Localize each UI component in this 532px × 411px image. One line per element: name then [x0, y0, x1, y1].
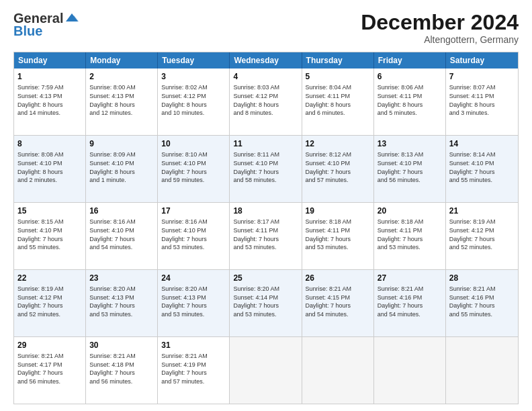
cell-info: Sunrise: 7:59 AM Sunset: 4:13 PM Dayligh… — [17, 83, 82, 117]
cal-cell-r1c3: 11Sunrise: 8:11 AM Sunset: 4:10 PM Dayli… — [230, 136, 302, 202]
cal-cell-r3c1: 23Sunrise: 8:20 AM Sunset: 4:13 PM Dayli… — [86, 270, 158, 336]
cal-cell-r0c0: 1Sunrise: 7:59 AM Sunset: 4:13 PM Daylig… — [14, 68, 86, 135]
cal-cell-r4c6 — [446, 337, 518, 404]
cell-info: Sunrise: 8:00 AM Sunset: 4:13 PM Dayligh… — [89, 83, 154, 117]
day-number: 16 — [89, 205, 154, 216]
cal-cell-r0c3: 4Sunrise: 8:03 AM Sunset: 4:12 PM Daylig… — [230, 68, 302, 135]
day-number: 2 — [89, 71, 154, 82]
cal-cell-r4c4 — [302, 337, 374, 404]
cell-info: Sunrise: 8:03 AM Sunset: 4:12 PM Dayligh… — [233, 83, 298, 117]
logo-blue: Blue — [13, 24, 42, 39]
cal-cell-r3c0: 22Sunrise: 8:19 AM Sunset: 4:12 PM Dayli… — [14, 270, 86, 336]
day-number: 31 — [161, 340, 226, 351]
day-number: 13 — [378, 138, 442, 149]
cal-cell-r4c0: 29Sunrise: 8:21 AM Sunset: 4:17 PM Dayli… — [14, 337, 86, 404]
cell-info: Sunrise: 8:20 AM Sunset: 4:14 PM Dayligh… — [233, 285, 298, 318]
cal-cell-r3c6: 28Sunrise: 8:21 AM Sunset: 4:16 PM Dayli… — [446, 270, 518, 336]
calendar-header: Sunday Monday Tuesday Wednesday Thursday… — [14, 52, 518, 68]
month-title: December 2024 — [361, 11, 519, 34]
calendar-row-1: 8Sunrise: 8:08 AM Sunset: 4:10 PM Daylig… — [14, 135, 518, 202]
header-sunday: Sunday — [14, 52, 86, 68]
cell-info: Sunrise: 8:09 AM Sunset: 4:10 PM Dayligh… — [89, 150, 154, 184]
header-thursday: Thursday — [302, 52, 374, 68]
day-number: 5 — [306, 71, 370, 82]
day-number: 4 — [233, 71, 298, 82]
day-number: 29 — [17, 340, 82, 351]
day-number: 6 — [378, 71, 442, 82]
header-saturday: Saturday — [446, 52, 518, 68]
cell-info: Sunrise: 8:19 AM Sunset: 4:12 PM Dayligh… — [17, 285, 82, 318]
cal-cell-r0c5: 6Sunrise: 8:06 AM Sunset: 4:11 PM Daylig… — [374, 68, 446, 135]
cell-info: Sunrise: 8:07 AM Sunset: 4:11 PM Dayligh… — [449, 83, 515, 117]
day-number: 28 — [449, 273, 515, 283]
cal-cell-r2c2: 17Sunrise: 8:16 AM Sunset: 4:10 PM Dayli… — [158, 203, 230, 269]
cell-info: Sunrise: 8:21 AM Sunset: 4:18 PM Dayligh… — [89, 352, 154, 385]
cal-cell-r2c0: 15Sunrise: 8:15 AM Sunset: 4:10 PM Dayli… — [14, 203, 86, 269]
cal-cell-r4c2: 31Sunrise: 8:21 AM Sunset: 4:19 PM Dayli… — [158, 337, 230, 404]
logo: General Blue — [13, 11, 79, 39]
cell-info: Sunrise: 8:17 AM Sunset: 4:11 PM Dayligh… — [233, 218, 298, 251]
header: General Blue December 2024 Altengottern,… — [13, 11, 519, 45]
logo-icon — [64, 12, 79, 23]
cell-info: Sunrise: 8:21 AM Sunset: 4:16 PM Dayligh… — [378, 285, 442, 318]
header-tuesday: Tuesday — [158, 52, 230, 68]
cal-cell-r2c4: 19Sunrise: 8:18 AM Sunset: 4:11 PM Dayli… — [302, 203, 374, 269]
cell-info: Sunrise: 8:08 AM Sunset: 4:10 PM Dayligh… — [17, 150, 82, 184]
header-wednesday: Wednesday — [230, 52, 302, 68]
day-number: 20 — [378, 205, 442, 216]
calendar-body: 1Sunrise: 7:59 AM Sunset: 4:13 PM Daylig… — [14, 68, 518, 404]
cell-info: Sunrise: 8:10 AM Sunset: 4:10 PM Dayligh… — [161, 150, 226, 184]
cell-info: Sunrise: 8:20 AM Sunset: 4:13 PM Dayligh… — [89, 285, 154, 318]
day-number: 9 — [89, 138, 154, 149]
day-number: 18 — [233, 205, 298, 216]
day-number: 1 — [17, 71, 82, 82]
cell-info: Sunrise: 8:16 AM Sunset: 4:10 PM Dayligh… — [161, 218, 226, 251]
cell-info: Sunrise: 8:18 AM Sunset: 4:11 PM Dayligh… — [378, 218, 442, 251]
day-number: 12 — [306, 138, 370, 149]
cal-cell-r2c1: 16Sunrise: 8:16 AM Sunset: 4:10 PM Dayli… — [86, 203, 158, 269]
cell-info: Sunrise: 8:13 AM Sunset: 4:10 PM Dayligh… — [378, 150, 442, 184]
calendar-row-0: 1Sunrise: 7:59 AM Sunset: 4:13 PM Daylig… — [14, 68, 518, 135]
cal-cell-r0c4: 5Sunrise: 8:04 AM Sunset: 4:11 PM Daylig… — [302, 68, 374, 135]
calendar-row-3: 22Sunrise: 8:19 AM Sunset: 4:12 PM Dayli… — [14, 269, 518, 336]
day-number: 14 — [449, 138, 515, 149]
cal-cell-r1c4: 12Sunrise: 8:12 AM Sunset: 4:10 PM Dayli… — [302, 136, 374, 202]
cell-info: Sunrise: 8:21 AM Sunset: 4:16 PM Dayligh… — [449, 285, 515, 318]
cell-info: Sunrise: 8:04 AM Sunset: 4:11 PM Dayligh… — [306, 83, 370, 117]
day-number: 21 — [449, 205, 515, 216]
cal-cell-r2c5: 20Sunrise: 8:18 AM Sunset: 4:11 PM Dayli… — [374, 203, 446, 269]
cal-cell-r0c1: 2Sunrise: 8:00 AM Sunset: 4:13 PM Daylig… — [86, 68, 158, 135]
cal-cell-r0c6: 7Sunrise: 8:07 AM Sunset: 4:11 PM Daylig… — [446, 68, 518, 135]
cal-cell-r2c3: 18Sunrise: 8:17 AM Sunset: 4:11 PM Dayli… — [230, 203, 302, 269]
day-number: 26 — [306, 273, 370, 283]
cell-info: Sunrise: 8:19 AM Sunset: 4:12 PM Dayligh… — [449, 218, 515, 251]
header-friday: Friday — [374, 52, 446, 68]
cal-cell-r4c5 — [374, 337, 446, 404]
cal-cell-r1c1: 9Sunrise: 8:09 AM Sunset: 4:10 PM Daylig… — [86, 136, 158, 202]
calendar-row-2: 15Sunrise: 8:15 AM Sunset: 4:10 PM Dayli… — [14, 202, 518, 269]
cell-info: Sunrise: 8:16 AM Sunset: 4:10 PM Dayligh… — [89, 218, 154, 251]
day-number: 22 — [17, 273, 82, 283]
cal-cell-r0c2: 3Sunrise: 8:02 AM Sunset: 4:12 PM Daylig… — [158, 68, 230, 135]
cell-info: Sunrise: 8:21 AM Sunset: 4:15 PM Dayligh… — [306, 285, 370, 318]
cell-info: Sunrise: 8:02 AM Sunset: 4:12 PM Dayligh… — [161, 83, 226, 117]
cal-cell-r3c3: 25Sunrise: 8:20 AM Sunset: 4:14 PM Dayli… — [230, 270, 302, 336]
day-number: 30 — [89, 340, 154, 351]
day-number: 27 — [378, 273, 442, 283]
cal-cell-r2c6: 21Sunrise: 8:19 AM Sunset: 4:12 PM Dayli… — [446, 203, 518, 269]
cell-info: Sunrise: 8:21 AM Sunset: 4:17 PM Dayligh… — [17, 352, 82, 385]
calendar-row-4: 29Sunrise: 8:21 AM Sunset: 4:17 PM Dayli… — [14, 336, 518, 404]
header-monday: Monday — [86, 52, 158, 68]
cal-cell-r1c5: 13Sunrise: 8:13 AM Sunset: 4:10 PM Dayli… — [374, 136, 446, 202]
cell-info: Sunrise: 8:12 AM Sunset: 4:10 PM Dayligh… — [306, 150, 370, 184]
day-number: 7 — [449, 71, 515, 82]
day-number: 19 — [306, 205, 370, 216]
day-number: 8 — [17, 138, 82, 149]
day-number: 24 — [161, 273, 226, 283]
cell-info: Sunrise: 8:15 AM Sunset: 4:10 PM Dayligh… — [17, 218, 82, 251]
day-number: 10 — [161, 138, 226, 149]
cal-cell-r4c3 — [230, 337, 302, 404]
cal-cell-r3c5: 27Sunrise: 8:21 AM Sunset: 4:16 PM Dayli… — [374, 270, 446, 336]
title-block: December 2024 Altengottern, Germany — [361, 11, 519, 45]
cell-info: Sunrise: 8:21 AM Sunset: 4:19 PM Dayligh… — [161, 352, 226, 385]
